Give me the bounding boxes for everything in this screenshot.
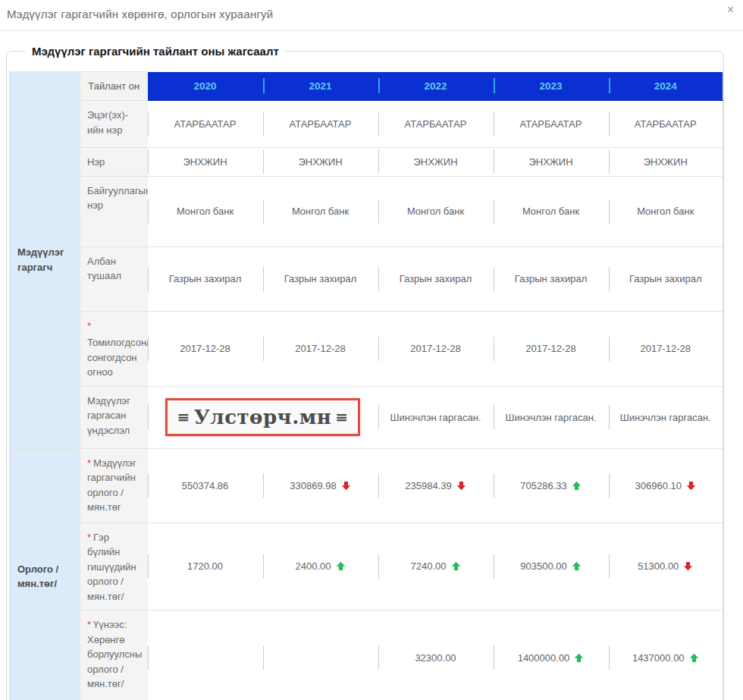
table-row-organization: Байгууллагын нэр Монгол банк Монгол банк…	[10, 176, 723, 246]
value-cell: 306960.10	[609, 448, 723, 523]
value-cell: 2017-12-28	[263, 311, 378, 386]
value-cell: Шинэчлэн гаргасан.	[378, 386, 494, 448]
value-cell: Шинэчлэн гаргасан.	[609, 386, 723, 448]
value-cell: 705286.33	[494, 448, 609, 523]
value-cell: 32300.00	[378, 611, 494, 700]
value-cell: 1720.00	[148, 523, 263, 611]
value-cell: 2017-12-28	[148, 311, 263, 386]
value-cell: Монгол банк	[378, 176, 494, 246]
watermark-cell: ≡Улстөрч.мн≡	[148, 386, 378, 448]
trend-up-icon	[689, 653, 699, 663]
value-cell: Монгол банк	[263, 176, 378, 246]
row-label: Албан тушаал	[80, 246, 148, 311]
report-years-table: Мэдүүлэг гаргагч Тайлант он 2020 2021 20…	[9, 71, 723, 700]
value-cell: Шинэчлэн гаргасан.	[494, 386, 609, 448]
trend-down-icon	[686, 481, 696, 491]
value-cell: АТАРБААТАР	[609, 101, 723, 148]
required-asterisk: *	[87, 619, 91, 630]
row-label: *Гэр бүлийн гишүүдийн орлого / мян.төг/	[80, 523, 148, 611]
value-cell: 2017-12-28	[494, 311, 609, 386]
table-row-asset-sale-income: *Үүнээс: Хөрөнгө борлуулсны орлого / мян…	[10, 611, 723, 700]
trend-up-icon	[574, 653, 584, 663]
value-cell: 7240.00	[378, 523, 494, 611]
trend-up-icon	[572, 481, 582, 491]
table-row-father-name: Эцэг(эх)-ийн нэр АТАРБААТАР АТАРБААТАР А…	[10, 101, 723, 148]
required-asterisk: *	[87, 319, 144, 334]
trend-up-icon	[336, 561, 346, 571]
value-cell: Монгол банк	[148, 176, 263, 246]
required-asterisk: *	[87, 532, 91, 543]
value-cell: 2017-12-28	[378, 311, 494, 386]
row-label: Нэр	[80, 148, 148, 177]
tab-year-2024[interactable]: 2024	[609, 72, 723, 101]
row-label: Байгууллагын нэр	[80, 176, 148, 246]
table-row-position: Албан тушаал Газрын захирал Газрын захир…	[10, 246, 723, 311]
year-header-label: Тайлант он	[80, 72, 148, 101]
value-cell: Монгол банк	[609, 176, 723, 246]
row-label: Эцэг(эх)-ийн нэр	[80, 101, 148, 148]
tab-year-2021[interactable]: 2021	[263, 72, 378, 101]
value-cell: ЭНХЖИН	[148, 148, 263, 177]
trend-down-icon	[683, 561, 693, 571]
section-income: Орлого / мян.төг/	[10, 448, 80, 700]
trend-up-icon	[451, 561, 461, 571]
page-title: Мэдүүлэг гаргагчийн хөрөнгө, орлогын хур…	[0, 0, 743, 20]
section-declarant: Мэдүүлэг гаргагч	[10, 72, 80, 449]
value-cell: 51300.00	[609, 523, 723, 611]
tab-year-2023[interactable]: 2023	[494, 72, 609, 101]
tab-year-2020[interactable]: 2020	[148, 72, 263, 101]
value-cell: Газрын захирал	[609, 246, 723, 311]
value-cell: Газрын захирал	[494, 246, 609, 311]
trend-down-icon	[341, 481, 351, 491]
value-cell: 550374.86	[148, 448, 263, 523]
row-label: *Үүнээс: Хөрөнгө борлуулсны орлого / мян…	[80, 611, 148, 700]
watermark-wing-left: ≡	[177, 408, 190, 426]
value-cell: 903500.00	[494, 523, 609, 611]
value-cell: АТАРБААТАР	[378, 101, 494, 148]
value-cell: АТАРБААТАР	[263, 101, 378, 148]
value-cell: 2017-12-28	[609, 311, 723, 386]
section-label: Орлого / мян.төг/	[17, 563, 58, 590]
table-row-appointed-date: *Томилогдсон/сонгогдсон огноо 2017-12-28…	[10, 311, 723, 386]
value-cell: 1400000.00	[494, 611, 609, 700]
watermark-text: Улстөрч.мн	[194, 406, 332, 428]
required-asterisk: *	[87, 457, 91, 469]
table-row-declarant-income: Орлого / мян.төг/ *Мэдүүлэг гаргагчийн о…	[10, 448, 723, 523]
value-cell: АТАРБААТАР	[494, 101, 609, 148]
value-cell: 2400.00	[263, 523, 378, 611]
table-row-name: Нэр ЭНХЖИН ЭНХЖИН ЭНХЖИН ЭНХЖИН ЭНХЖИН	[10, 148, 723, 177]
value-cell: Газрын захирал	[378, 246, 494, 311]
row-label: Мэдүүлэг гаргасан үндэслэл	[80, 386, 148, 448]
value-cell	[263, 611, 378, 700]
trend-down-icon	[456, 481, 466, 491]
close-icon[interactable]: ×	[727, 4, 734, 16]
watermark-wing-right: ≡	[335, 408, 348, 426]
value-cell: Монгол банк	[494, 176, 609, 246]
modal-title-bar: Мэдүүлэг гаргагчийн хөрөнгө, орлогын хур…	[0, 0, 743, 31]
report-years-fieldset: Мэдүүлэг гаргагчийн тайлант оны жагсаалт…	[6, 45, 724, 700]
section-label: Мэдүүлэг гаргагч	[17, 246, 64, 273]
tab-year-2022[interactable]: 2022	[378, 72, 494, 101]
value-cell: ЭНХЖИН	[609, 148, 723, 177]
value-cell: Газрын захирал	[148, 246, 263, 311]
value-cell: Газрын захирал	[263, 246, 378, 311]
fieldset-legend: Мэдүүлэг гаргагчийн тайлант оны жагсаалт	[26, 45, 285, 58]
table-row-family-income: *Гэр бүлийн гишүүдийн орлого / мян.төг/ …	[10, 523, 723, 611]
value-cell: АТАРБААТАР	[148, 101, 263, 148]
row-label: *Томилогдсон/сонгогдсон огноо	[80, 311, 148, 386]
ulstorch-watermark-logo: ≡Улстөрч.мн≡	[165, 398, 359, 436]
row-label: *Мэдүүлэг гаргагчийн орлого / мян.төг	[80, 448, 148, 523]
value-cell: 1437000.00	[609, 611, 723, 700]
year-header-row: Мэдүүлэг гаргагч Тайлант он 2020 2021 20…	[10, 72, 723, 101]
value-cell	[148, 611, 263, 700]
value-cell: 235984.39	[378, 448, 494, 523]
trend-up-icon	[572, 561, 582, 571]
value-cell: 330869.98	[263, 448, 378, 523]
value-cell: ЭНХЖИН	[378, 148, 494, 177]
value-cell: ЭНХЖИН	[494, 148, 609, 177]
value-cell: ЭНХЖИН	[263, 148, 378, 177]
table-row-declaration-basis: Мэдүүлэг гаргасан үндэслэл ≡Улстөрч.мн≡ …	[10, 386, 723, 448]
